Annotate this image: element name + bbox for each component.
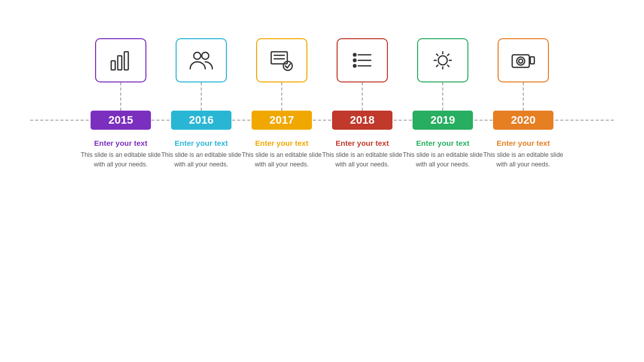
icons-row [30, 38, 614, 111]
content-item-2018: Enter your textThis slide is an editable… [322, 139, 403, 169]
year-badge-2017: 2017 [252, 111, 312, 130]
enter-text-2015[interactable]: Enter your text [94, 139, 147, 147]
year-badge-2018: 2018 [332, 111, 392, 130]
dashed-line-2015 [120, 82, 121, 111]
content-item-2016: Enter your textThis slide is an editable… [161, 139, 242, 169]
svg-point-4 [202, 52, 209, 59]
icon-item-2015 [80, 38, 161, 111]
year-badge-2019: 2019 [413, 111, 473, 130]
content-item-2019: Enter your textThis slide is an editable… [403, 139, 483, 169]
svg-rect-2 [124, 52, 128, 70]
timeline-wrapper: 201520162017201820192020 Enter your text… [0, 38, 644, 169]
content-row: Enter your textThis slide is an editable… [30, 139, 614, 169]
svg-point-3 [194, 52, 201, 59]
desc-text-2016: This slide is an editable slide with all… [161, 150, 242, 169]
svg-point-17 [517, 57, 525, 65]
icon-box-2015 [95, 38, 146, 82]
enter-text-2019[interactable]: Enter your text [416, 139, 469, 147]
icon-box-2020 [498, 38, 549, 82]
dashed-line-2016 [201, 82, 202, 111]
dashed-line-2018 [362, 82, 363, 111]
enter-text-2018[interactable]: Enter your text [336, 139, 389, 147]
enter-text-2017[interactable]: Enter your text [255, 139, 308, 147]
year-badge-2020: 2020 [493, 111, 553, 130]
content-item-2015: Enter your textThis slide is an editable… [80, 139, 161, 169]
svg-rect-18 [530, 57, 534, 64]
dashed-line-2017 [281, 82, 282, 111]
svg-point-9 [354, 54, 356, 56]
dashed-line-2020 [523, 82, 524, 111]
icon-box-2018 [337, 38, 388, 82]
year-badge-2016: 2016 [171, 111, 231, 130]
dashed-line-2019 [442, 82, 443, 111]
desc-text-2019: This slide is an editable slide with all… [403, 150, 483, 169]
timeline-line: 201520162017201820192020 [30, 111, 614, 130]
enter-text-2016[interactable]: Enter your text [175, 139, 228, 147]
desc-text-2018: This slide is an editable slide with all… [322, 150, 403, 169]
content-item-2020: Enter your textThis slide is an editable… [483, 139, 564, 169]
icon-box-2019 [417, 38, 468, 82]
desc-text-2017: This slide is an editable slide with all… [242, 150, 322, 169]
icon-item-2018 [322, 38, 403, 111]
svg-rect-0 [111, 61, 115, 70]
year-badge-2015: 2015 [91, 111, 151, 130]
desc-text-2020: This slide is an editable slide with all… [483, 150, 564, 169]
icon-item-2016 [161, 38, 242, 111]
icon-box-2017 [256, 38, 307, 82]
enter-text-2020[interactable]: Enter your text [497, 139, 550, 147]
svg-rect-1 [118, 56, 122, 70]
svg-point-15 [438, 56, 447, 65]
svg-point-19 [519, 59, 523, 63]
icon-box-2016 [176, 38, 227, 82]
icon-item-2020 [483, 38, 564, 111]
svg-point-13 [354, 65, 356, 67]
icon-item-2019 [403, 38, 483, 111]
content-item-2017: Enter your textThis slide is an editable… [242, 139, 322, 169]
icon-item-2017 [242, 38, 322, 111]
svg-point-11 [354, 59, 356, 62]
desc-text-2015: This slide is an editable slide with all… [80, 150, 161, 169]
